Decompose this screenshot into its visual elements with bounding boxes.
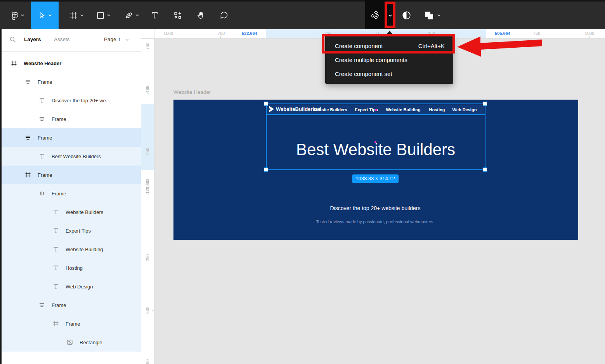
ruler-label-selection: -170.883 — [145, 178, 150, 195]
layer-row-frame[interactable]: Frame — [0, 184, 141, 203]
annotation-highlight-create-component — [322, 34, 455, 53]
ruler-label-selection: -485 — [145, 86, 150, 94]
layer-name: Frame — [52, 191, 66, 197]
frame-layer-icon — [11, 60, 17, 66]
layer-row-frame[interactable]: Frame — [0, 314, 141, 333]
selection-handle-bottom-right[interactable] — [483, 167, 487, 172]
layer-row-rectangle[interactable]: Rectangle — [0, 333, 141, 352]
layer-name: Hosting — [66, 265, 83, 271]
layer-name: Frame — [38, 79, 52, 85]
text-layer-icon — [53, 228, 59, 234]
shape-tool-button[interactable] — [92, 2, 115, 29]
layers-panel: Layers Assets Page 1 Website Header Fram… — [0, 29, 141, 364]
frame-title-label[interactable]: Website Header — [173, 89, 211, 95]
pen-tool-icon — [125, 11, 133, 19]
layer-name: Expert Tips — [66, 228, 91, 234]
comment-icon — [220, 11, 229, 20]
search-icon[interactable] — [9, 36, 16, 45]
layer-row-website-header[interactable]: Website Header — [0, 54, 141, 72]
auto-layout-horizontal-icon — [39, 302, 45, 308]
move-cursor-icon — [38, 11, 45, 20]
auto-layout-vertical-icon — [39, 190, 45, 197]
pen-tool-button[interactable] — [120, 2, 144, 29]
annotation-arrow — [454, 35, 544, 62]
layers-tree: Website Header Frame Discover the top 20… — [0, 54, 141, 352]
page-selector[interactable]: Page 1 — [104, 36, 129, 42]
layer-name: Web Design — [66, 284, 93, 290]
text-layer-icon — [53, 209, 59, 215]
layer-name: Rectangle — [80, 340, 102, 345]
layer-name: Frame — [38, 172, 52, 178]
selection-handle-bottom-left[interactable] — [264, 167, 268, 172]
text-layer-icon — [39, 97, 45, 104]
layer-row-best-website-builders[interactable]: Best Website Builders — [0, 147, 141, 166]
layer-name: Frame — [52, 302, 66, 308]
layer-row-frame[interactable]: Frame — [0, 72, 141, 91]
layer-row-frame[interactable]: Frame — [0, 110, 141, 128]
chevron-down-icon — [21, 14, 24, 17]
layer-name: Frame — [38, 135, 52, 141]
text-cursor-dot — [375, 109, 377, 111]
layer-row-hosting[interactable]: Hosting — [0, 259, 141, 277]
ruler-label: -250 — [145, 148, 150, 156]
selection-handle-top-left[interactable] — [264, 102, 268, 106]
window-left-edge — [0, 29, 2, 364]
comment-tool-button[interactable] — [217, 2, 231, 29]
boolean-operations-button[interactable] — [421, 2, 444, 29]
mask-tool-button[interactable] — [400, 2, 413, 29]
layer-row-frame-selected[interactable]: Frame — [0, 166, 141, 184]
tab-assets[interactable]: Assets — [54, 36, 70, 42]
create-component-button[interactable] — [369, 2, 383, 29]
frame-layer-icon — [25, 172, 31, 178]
menu-item-create-multiple-components[interactable]: Create multiple components — [325, 53, 453, 67]
layer-row-web-design[interactable]: Web Design — [0, 277, 141, 296]
boolean-groups-icon — [424, 10, 434, 21]
image-layer-icon — [67, 339, 73, 345]
layer-row-expert-tips[interactable]: Expert Tips — [0, 221, 141, 240]
auto-layout-horizontal-icon — [25, 79, 31, 85]
frame-layer-icon — [53, 321, 59, 327]
actions-resources-button[interactable] — [171, 2, 185, 29]
figma-logo-icon — [10, 11, 19, 20]
layer-row-website-building[interactable]: Website Building — [0, 240, 141, 259]
chevron-down-icon — [135, 14, 139, 17]
selection-handle-top-right[interactable] — [483, 102, 487, 106]
chevron-down-icon — [437, 14, 441, 17]
layer-name: Best Website Builders — [52, 154, 101, 159]
layers-panel-header: Layers Assets Page 1 — [0, 29, 141, 52]
ruler-label: -750 — [216, 31, 225, 36]
toolbar — [0, 0, 605, 29]
layer-row-frame[interactable]: Frame — [0, 296, 141, 314]
layer-row-discover-text[interactable]: Discover the top 20+ we... — [0, 91, 141, 110]
menu-item-create-component-set[interactable]: Create component set — [325, 67, 453, 81]
figma-app: Layers Assets Page 1 Website Header Fram… — [0, 0, 605, 364]
frame-tool-button[interactable] — [65, 2, 88, 29]
text-layer-icon — [53, 265, 59, 271]
page-selector-label: Page 1 — [104, 36, 121, 42]
mask-icon — [401, 10, 412, 21]
tab-layers[interactable]: Layers — [24, 36, 41, 42]
selection-outline — [266, 104, 485, 170]
ruler-label: 750 — [145, 359, 150, 364]
design-subheading-text[interactable]: Discover the top 20+ website builders — [330, 205, 420, 211]
menu-item-label: Create multiple components — [335, 57, 407, 63]
text-cursor-dot — [374, 141, 376, 143]
layer-row-website-builders[interactable]: Website Builders — [0, 203, 141, 221]
vertical-ruler: -750 -485 -250 -170.883 250 500 750 — [141, 39, 154, 364]
ruler-label-selection: -532.664 — [240, 31, 257, 36]
text-tool-button[interactable] — [148, 2, 161, 29]
menu-item-label: Create component set — [335, 71, 392, 77]
design-tagline-text[interactable]: Tested reviews made by passionate, profe… — [316, 219, 434, 224]
ruler-label: -1000 — [162, 31, 173, 36]
component-icon — [371, 10, 381, 21]
figma-main-menu-button[interactable] — [6, 2, 29, 29]
move-tool-button[interactable] — [31, 2, 59, 29]
chevron-down-icon — [80, 14, 84, 17]
ruler-label: -750 — [145, 43, 150, 51]
layer-row-frame-selected[interactable]: Frame — [0, 128, 141, 147]
annotation-highlight-chevron — [385, 2, 395, 28]
ruler-corner — [141, 29, 154, 39]
text-layer-icon — [53, 283, 59, 290]
ruler-label: 1000 — [585, 31, 594, 36]
hand-tool-button[interactable] — [194, 2, 208, 29]
